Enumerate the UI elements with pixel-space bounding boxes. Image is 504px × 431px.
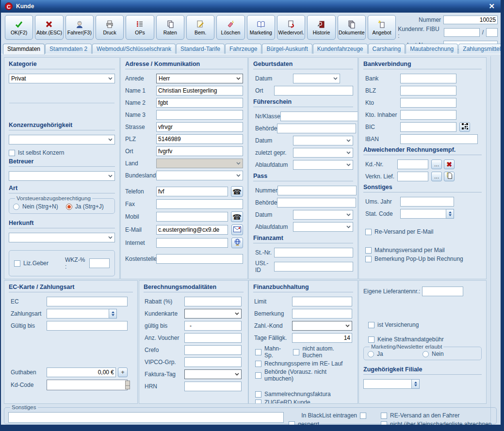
name3-field[interactable] <box>156 110 243 120</box>
tage-faelligkeit-field[interactable] <box>292 333 352 343</box>
bic-field[interactable] <box>400 122 456 132</box>
ec-field[interactable] <box>47 297 128 306</box>
fax-field[interactable] <box>156 199 243 209</box>
ok-button[interactable]: OK(F2) <box>5 15 33 40</box>
gueltig-bis-field[interactable] <box>47 321 128 331</box>
bundesland-select[interactable] <box>156 171 243 180</box>
historie-button[interactable]: Historie <box>307 15 335 40</box>
tab-buergel-auskunft[interactable]: Bürgel-Auskunft <box>262 44 312 54</box>
dokumente-button[interactable]: Dokumente <box>338 15 366 40</box>
tab-mautabrechnung[interactable]: Mautabrechnung <box>406 44 458 54</box>
re-versand-fahrer-checkbox[interactable] <box>381 413 387 419</box>
tab-kundenfahrzeuge[interactable]: Kundenfahrzeuge <box>313 44 368 54</box>
telefon-field[interactable] <box>156 187 228 196</box>
filiale-spinner[interactable] <box>412 379 420 389</box>
iban-field[interactable] <box>400 134 478 144</box>
fs-nrklasse-field[interactable] <box>280 112 358 121</box>
re-versand-email-checkbox[interactable] <box>365 229 372 235</box>
ops-button[interactable]: OPs <box>126 15 154 40</box>
nummer-field[interactable] <box>443 16 498 24</box>
filiale-field[interactable] <box>363 379 412 389</box>
dial-telefon-button[interactable]: ☎ <box>231 186 243 197</box>
open-website-button[interactable] <box>231 238 243 248</box>
geburtsdatum-select[interactable] <box>293 74 340 83</box>
guthaben-field[interactable] <box>47 367 116 377</box>
geburtsort-field[interactable] <box>274 86 353 96</box>
ist-versicherung-checkbox[interactable] <box>368 322 374 328</box>
fs-behoerde-field[interactable] <box>277 124 356 133</box>
rechnungssperre-checkbox[interactable] <box>255 361 261 367</box>
verkn-lief-field[interactable] <box>397 172 428 181</box>
fibu-bemerkung-field[interactable] <box>292 309 352 319</box>
tab-stammdaten[interactable]: Stammdaten <box>3 44 45 54</box>
pass-behoerde-field[interactable] <box>277 198 356 208</box>
angebot-button[interactable]: Angebot <box>368 15 396 40</box>
sonstiges-bemerkung-field[interactable] <box>8 412 284 423</box>
wiedervorlage-button[interactable]: Wiedervorl. <box>277 15 305 40</box>
abort-button[interactable]: Abbr.(ESC) <box>35 15 63 40</box>
zahlungsart-spinner[interactable] <box>109 309 117 319</box>
druck-button[interactable]: Druck <box>96 15 124 40</box>
radio-ja[interactable] <box>66 204 72 210</box>
abw-kdnr-field[interactable] <box>397 160 428 169</box>
abw-kdnr-clear-button[interactable]: ✖ <box>444 160 455 169</box>
plz-field[interactable] <box>156 134 243 144</box>
fahrer-button[interactable]: Fahrer(F3) <box>65 15 94 40</box>
kk-gueltig-bis-field[interactable] <box>184 321 242 331</box>
nicht-autom-buchen-checkbox[interactable] <box>293 349 299 355</box>
abw-kdnr-browse-button[interactable]: ... <box>431 160 442 169</box>
blz-field[interactable] <box>400 86 456 96</box>
kto-field[interactable] <box>400 98 456 108</box>
mahnungsversand-checkbox[interactable] <box>365 247 372 254</box>
name2-field[interactable] <box>156 98 243 108</box>
pass-nummer-field[interactable] <box>277 186 357 195</box>
kd-code-field[interactable] <box>47 381 125 389</box>
send-email-button[interactable] <box>231 224 243 235</box>
verkn-lief-new-button[interactable] <box>444 172 455 181</box>
gesperrt-checkbox[interactable] <box>289 421 295 428</box>
kundenkarte-select[interactable] <box>184 309 242 319</box>
mahn-sp-checkbox[interactable] <box>255 349 261 355</box>
marketing-button[interactable]: Marketing <box>247 15 275 40</box>
crefo-field[interactable] <box>184 345 242 355</box>
behoerde-vorausz-checkbox[interactable] <box>255 372 261 379</box>
stnr-field[interactable] <box>274 248 353 257</box>
raten-button[interactable]: Raten <box>156 15 184 40</box>
anz-voucher-field[interactable] <box>184 333 242 343</box>
ustid-field[interactable] <box>274 262 353 271</box>
keine-strafmandat-checkbox[interactable] <box>368 336 374 343</box>
zahlungsart-field[interactable] <box>47 309 109 319</box>
fibu-field-2[interactable] <box>486 28 498 37</box>
kto-inhaber-field[interactable] <box>400 110 456 120</box>
name1-field[interactable] <box>156 86 243 96</box>
anrede-select[interactable]: Herr <box>156 74 243 83</box>
tab-carsharing[interactable]: Carsharing <box>368 44 406 54</box>
marketing-nein-radio[interactable] <box>423 351 429 357</box>
kleinschaden-checkbox[interactable] <box>381 421 387 428</box>
blacklist-checkbox[interactable] <box>360 413 366 419</box>
dial-mobil-button[interactable]: ☎ <box>231 211 243 222</box>
internet-field[interactable] <box>156 238 228 248</box>
fs-ablauf-select[interactable] <box>293 160 353 170</box>
tab-webmodul[interactable]: Webmodul/Schlüsselschrank <box>92 44 176 54</box>
fibu-field[interactable] <box>444 28 480 37</box>
faktura-tag-select[interactable] <box>184 369 242 379</box>
kategorie-select[interactable]: Privat <box>9 74 115 83</box>
radio-nein[interactable] <box>13 204 19 210</box>
bank-field[interactable] <box>400 74 456 83</box>
marketing-ja-radio[interactable] <box>368 351 374 357</box>
ort-field[interactable] <box>156 146 243 156</box>
tab-fahrzeuge[interactable]: Fahrzeuge <box>225 44 261 54</box>
strasse-field[interactable] <box>156 122 243 132</box>
kd-code-browse-button[interactable]: ... <box>125 381 130 389</box>
email-field[interactable] <box>156 225 228 235</box>
guthaben-add-button[interactable]: + <box>118 367 128 377</box>
loeschen-button[interactable]: Löschen <box>216 15 244 40</box>
pass-ablauf-select[interactable] <box>293 222 353 232</box>
bemerkung-button[interactable]: Bem. <box>186 15 214 40</box>
close-icon[interactable]: ✕ <box>487 2 497 11</box>
hrn-field[interactable] <box>184 382 242 391</box>
betreuer-select[interactable] <box>9 171 115 181</box>
rabatt-field[interactable] <box>184 297 242 306</box>
pass-datum-select[interactable] <box>293 210 353 220</box>
